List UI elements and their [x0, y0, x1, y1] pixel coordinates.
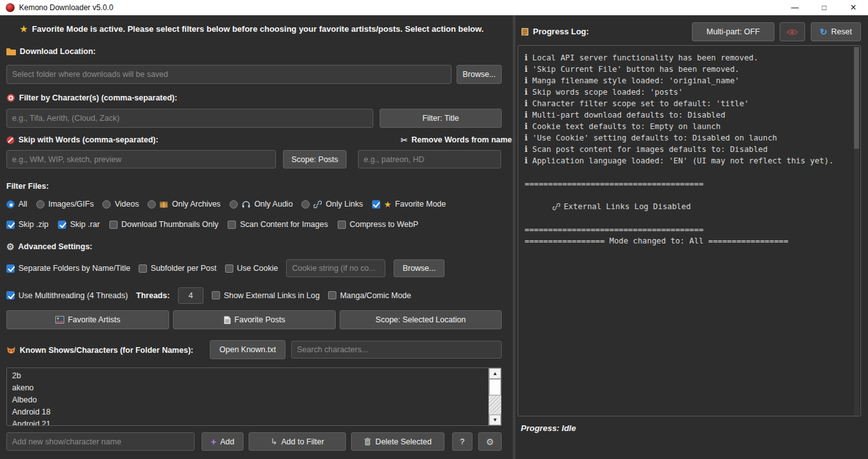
- scope-selected-location-button[interactable]: Scope: Selected Location: [340, 310, 502, 329]
- favorite-artists-button[interactable]: Favorite Artists: [6, 310, 169, 329]
- list-item[interactable]: Android 21: [7, 418, 501, 426]
- favorite-posts-button[interactable]: Favorite Posts: [173, 310, 336, 329]
- document-icon: [224, 316, 231, 324]
- download-location-label: Download Location:: [6, 47, 95, 56]
- skip-rar-checkbox[interactable]: Skip .rar: [58, 220, 100, 229]
- progress-log-label-text: Progress Log:: [533, 27, 589, 36]
- add-to-filter-button[interactable]: ↳ Add to Filter: [249, 432, 346, 451]
- threads-input[interactable]: [178, 287, 203, 304]
- help-button[interactable]: ?: [452, 432, 472, 451]
- log-line-text: Multi-part download defaults to: Disable…: [532, 111, 726, 120]
- search-characters-input[interactable]: [291, 341, 502, 359]
- gear-icon: ⚙: [486, 437, 494, 446]
- radio-icon: [148, 200, 156, 209]
- info-icon: [525, 155, 532, 167]
- settings-gear-button[interactable]: ⚙: [478, 432, 502, 451]
- list-item[interactable]: akeno: [7, 382, 501, 394]
- cookie-string-input[interactable]: [286, 259, 385, 277]
- radio-only-archives[interactable]: Only Archives: [148, 200, 220, 209]
- radio-all[interactable]: All: [6, 200, 27, 209]
- checkbox-icon: [228, 221, 236, 229]
- log-scrollbar[interactable]: [854, 47, 859, 416]
- eye-toggle-button[interactable]: [780, 22, 805, 41]
- separate-folders-checkbox[interactable]: Separate Folders by Name/Title: [6, 264, 130, 273]
- favorite-mode-checkbox[interactable]: ★ Favorite Mode: [372, 200, 446, 209]
- show-external-links-checkbox[interactable]: Show External Links in Log: [212, 291, 320, 300]
- remove-words-input[interactable]: [358, 150, 501, 168]
- log-scroll-thumb[interactable]: [854, 47, 859, 149]
- radio-images-gifs[interactable]: Images/GIFs: [36, 200, 94, 209]
- download-location-input[interactable]: [6, 65, 451, 84]
- radio-videos[interactable]: Videos: [102, 200, 139, 209]
- add-to-filter-label: Add to Filter: [281, 437, 324, 446]
- folder-icon: [6, 48, 16, 55]
- scan-content-checkbox[interactable]: Scan Content for Images: [228, 220, 327, 229]
- open-known-txt-button[interactable]: Open Known.txt: [210, 340, 286, 359]
- filter-files-label-text: Filter Files:: [6, 182, 49, 191]
- favorite-artists-label: Favorite Artists: [68, 315, 121, 324]
- browse-cookie-button[interactable]: Browse...: [394, 259, 444, 277]
- radio-only-audio[interactable]: Only Audio: [230, 200, 293, 209]
- titlebar: Kemono Downloader v5.0.0 — □ ×: [0, 0, 868, 15]
- scroll-down-button[interactable]: ▼: [489, 414, 501, 425]
- checkbox-icon: [338, 221, 346, 229]
- checkbox-icon: [6, 264, 15, 273]
- skip-scope-button[interactable]: Scope: Posts: [283, 150, 347, 168]
- checkbox-label: Show External Links in Log: [224, 291, 320, 300]
- arrow-icon: ↳: [270, 437, 277, 446]
- window-title: Kemono Downloader v5.0.0: [19, 3, 113, 12]
- checkbox-icon: [328, 291, 336, 299]
- list-item[interactable]: Android 18: [7, 406, 501, 418]
- download-thumbnails-checkbox[interactable]: Download Thumbnails Only: [109, 220, 219, 229]
- checkbox-label: Manga/Comic Mode: [340, 291, 411, 300]
- info-icon: [525, 132, 532, 144]
- advanced-row-1: Separate Folders by Name/Title Subfolder…: [6, 259, 444, 278]
- add-button[interactable]: + Add: [202, 432, 244, 451]
- subfolder-per-post-checkbox[interactable]: Subfolder per Post: [139, 264, 217, 273]
- browse-download-button[interactable]: Browse...: [457, 65, 502, 84]
- threads-label: Threads:: [136, 291, 170, 300]
- log-line-text: Local API server functionality has been …: [532, 53, 758, 62]
- add-character-input[interactable]: [6, 432, 195, 451]
- maximize-button[interactable]: □: [809, 0, 839, 15]
- log-line-text: Cookie text defaults to: Empty on launch: [532, 122, 720, 131]
- log-line: Cookie text defaults to: Empty on launch: [525, 121, 851, 132]
- skip-zip-checkbox[interactable]: Skip .zip: [6, 220, 48, 229]
- scroll-thumb[interactable]: [489, 379, 501, 395]
- remove-words-label: ✂ Remove Words from name:: [401, 135, 514, 144]
- known-characters-list[interactable]: 2b akeno Albedo Android 18 Android 21 ▲ …: [6, 367, 502, 426]
- log-mode-line: ================= Mode changed to: All =…: [525, 235, 851, 247]
- eye-icon: [787, 28, 798, 36]
- list-item[interactable]: 2b: [7, 370, 501, 382]
- delete-selected-button[interactable]: Delete Selected: [351, 432, 444, 451]
- compress-webp-checkbox[interactable]: Compress to WebP: [338, 220, 418, 229]
- log-line: Multi-part download defaults to: Disable…: [525, 109, 851, 121]
- list-scrollbar[interactable]: ▲ ▼: [488, 368, 501, 425]
- minimize-button[interactable]: —: [780, 0, 809, 15]
- multithreading-checkbox[interactable]: Use Multithreading (4 Threads): [6, 291, 128, 300]
- radio-only-links[interactable]: Only Links: [301, 200, 362, 209]
- info-icon: [525, 121, 532, 132]
- fox-icon: [6, 346, 16, 355]
- scroll-up-button[interactable]: ▲: [489, 368, 501, 379]
- checkbox-label: Scan Content for Images: [240, 220, 327, 229]
- checkbox-label: Use Cookie: [237, 264, 279, 273]
- favorite-mode-notice: ★ Favorite Mode is active. Please select…: [0, 24, 504, 34]
- character-filter-input[interactable]: [6, 109, 373, 128]
- list-item[interactable]: Albedo: [7, 394, 501, 406]
- notice-text: Favorite Mode is active. Please select f…: [32, 24, 483, 34]
- progress-log-output[interactable]: Local API server functionality has been …: [518, 45, 861, 416]
- character-filter-scope-button[interactable]: Filter: Title: [380, 109, 502, 128]
- info-icon: [525, 98, 532, 109]
- close-button[interactable]: ×: [839, 0, 868, 15]
- log-line: Manga filename style loaded: 'original_n…: [525, 75, 851, 86]
- manga-comic-mode-checkbox[interactable]: Manga/Comic Mode: [328, 291, 411, 300]
- radio-label: Videos: [114, 200, 139, 209]
- checkbox-icon: [6, 291, 15, 299]
- checkbox-label: Compress to WebP: [350, 220, 418, 229]
- skip-words-input[interactable]: [6, 150, 276, 168]
- radio-icon: [102, 200, 111, 209]
- reset-button[interactable]: ↻ Reset: [811, 22, 861, 41]
- use-cookie-checkbox[interactable]: Use Cookie: [225, 264, 279, 273]
- multipart-toggle-button[interactable]: Multi-part: OFF: [692, 22, 775, 41]
